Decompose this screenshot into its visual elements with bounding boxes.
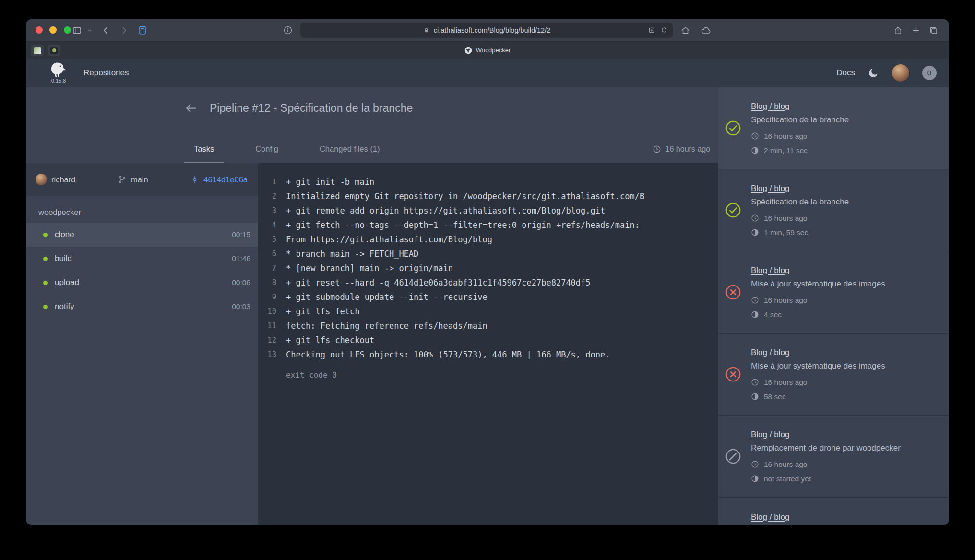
- pipeline-list-item[interactable]: Blog / blog Remplacement de drone par wo…: [718, 498, 949, 525]
- log-line: 8+ git reset --hard -q 4614d1e06a3dabf31…: [258, 275, 708, 290]
- extensions-badge-icon[interactable]: [648, 26, 655, 34]
- commit-message: Mise à jour systématique des images: [751, 279, 937, 289]
- pipeline-list-item[interactable]: Blog / blog Remplacement de drone par wo…: [718, 416, 949, 498]
- log-line: 5From https://git.athaliasoft.com/Blog/b…: [258, 232, 708, 247]
- woodpecker-logo[interactable]: 0.15.8: [45, 62, 72, 83]
- pipeline-title: Pipeline #12 - Spécification de la branc…: [210, 102, 413, 115]
- time-ago-text: 16 hours ago: [764, 214, 808, 223]
- repo-link[interactable]: Blog / blog: [751, 102, 789, 111]
- commit-sha: 4614d1e06a: [203, 175, 248, 184]
- notification-counter[interactable]: 0: [922, 66, 937, 80]
- duration-icon: [751, 475, 759, 483]
- duration-text: 2 min, 11 sec: [764, 146, 808, 155]
- pipeline-header: Pipeline #12 - Spécification de la branc…: [26, 87, 718, 163]
- pinned-tab-favicon: [50, 47, 58, 54]
- time-ago-text: 16 hours ago: [764, 296, 808, 305]
- branch-name: main: [131, 175, 148, 184]
- log-output[interactable]: 1+ git init -b main 2Initialized empty G…: [258, 163, 718, 525]
- step-upload[interactable]: upload 00:06: [26, 271, 258, 295]
- nav-repositories[interactable]: Repositories: [83, 68, 129, 78]
- chevron-down-icon[interactable]: [86, 19, 93, 41]
- duration-icon: [751, 310, 759, 319]
- clock-icon: [751, 132, 759, 140]
- step-build[interactable]: build 01:46: [26, 247, 258, 271]
- tab-changed-files[interactable]: Changed files (1): [310, 135, 390, 163]
- pipeline-tabs: Tasks Config Changed files (1) 16 hours …: [26, 135, 718, 163]
- status-success-icon: [725, 202, 741, 218]
- commit-message: Mise à jour systématique des images: [751, 361, 937, 371]
- window-controls: [36, 26, 76, 36]
- woodpecker-favicon: [464, 47, 472, 54]
- back-icon[interactable]: [101, 19, 111, 41]
- commit-message: Spécification de la branche: [751, 197, 937, 207]
- user-avatar[interactable]: [892, 64, 910, 82]
- branch-icon: [118, 175, 127, 184]
- forward-icon[interactable]: [119, 19, 129, 41]
- start-page-icon[interactable]: [137, 19, 148, 41]
- status-not-started-icon: [725, 448, 741, 465]
- log-line: 12+ git lfs checkout: [258, 333, 708, 347]
- status-failure-icon: [725, 366, 741, 382]
- pipeline-list-item[interactable]: Blog / blog Mise à jour systématique des…: [718, 334, 949, 416]
- tab-woodpecker[interactable]: Woodpecker: [464, 47, 511, 54]
- duration-text: 1 min, 59 sec: [764, 228, 808, 237]
- author: richard: [36, 174, 75, 185]
- reload-icon[interactable]: [660, 26, 668, 34]
- address-bar[interactable]: ci.athaliasoft.com/Blog/blog/build/12/2: [300, 23, 673, 38]
- browser-toolbar: ci.athaliasoft.com/Blog/blog/build/12/2 …: [26, 19, 949, 41]
- lock-icon: [423, 27, 430, 34]
- step-status-dot: [43, 233, 48, 237]
- commit-link[interactable]: 4614d1e06a: [190, 175, 248, 184]
- share-icon[interactable]: [893, 19, 903, 41]
- sidebar-toggle-icon[interactable]: [72, 19, 82, 41]
- browser-window: ci.athaliasoft.com/Blog/blog/build/12/2 …: [26, 19, 949, 525]
- duration-text: 58 sec: [764, 393, 786, 401]
- home-icon[interactable]: [680, 19, 690, 41]
- step-status-dot: [43, 305, 48, 309]
- log-line: 3+ git remote add origin https://git.ath…: [258, 203, 708, 218]
- tab-tasks[interactable]: Tasks: [184, 135, 224, 163]
- fullscreen-window-button[interactable]: [64, 26, 71, 34]
- tab-config[interactable]: Config: [246, 135, 288, 163]
- status-failure-icon: [725, 284, 741, 300]
- step-clone[interactable]: clone 00:15: [26, 223, 258, 247]
- pipeline-list-item[interactable]: Blog / blog Spécification de la branche …: [718, 87, 949, 169]
- repo-link[interactable]: Blog / blog: [751, 184, 789, 193]
- new-tab-icon[interactable]: +: [913, 19, 919, 41]
- author-avatar: [36, 174, 47, 185]
- duration-icon: [751, 393, 759, 401]
- commit-meta-row: richard main 4614d1e06a: [26, 163, 258, 196]
- repo-link[interactable]: Blog / blog: [751, 266, 789, 275]
- tab-title: Woodpecker: [476, 47, 511, 54]
- log-line: 9+ git submodule update --init --recursi…: [258, 290, 708, 304]
- pinned-tab-1[interactable]: [31, 45, 44, 56]
- pinned-tab-favicon: [34, 47, 41, 54]
- clock-icon: [653, 145, 661, 154]
- app-version: 0.15.8: [51, 78, 66, 83]
- close-window-button[interactable]: [36, 26, 43, 34]
- url-text: ci.athaliasoft.com/Blog/blog/build/12/2: [434, 26, 550, 34]
- step-notify[interactable]: notify 00:03: [26, 295, 258, 319]
- nav-docs[interactable]: Docs: [836, 68, 855, 78]
- cloud-tabs-icon[interactable]: [701, 19, 712, 41]
- pipeline-list-item[interactable]: Blog / blog Spécification de la branche …: [718, 169, 949, 251]
- time-ago-text: 16 hours ago: [764, 378, 808, 387]
- dark-mode-toggle-icon[interactable]: [868, 67, 879, 79]
- back-arrow-icon[interactable]: [184, 102, 197, 115]
- page-info-icon[interactable]: [283, 19, 293, 41]
- time-ago-text: 16 hours ago: [764, 460, 808, 469]
- time-ago-text: 16 hours ago: [764, 132, 808, 141]
- repo-link[interactable]: Blog / blog: [751, 512, 789, 522]
- step-status-dot: [43, 257, 48, 261]
- repo-link[interactable]: Blog / blog: [751, 430, 789, 440]
- pipeline-list-item[interactable]: Blog / blog Mise à jour systématique des…: [718, 251, 949, 334]
- author-name: richard: [51, 175, 75, 184]
- minimize-window-button[interactable]: [49, 26, 57, 34]
- repo-link[interactable]: Blog / blog: [751, 348, 789, 357]
- steps-panel: richard main 4614d1e06a woodpecke: [26, 163, 258, 525]
- duration-icon: [751, 228, 759, 237]
- tab-overview-icon[interactable]: [928, 19, 939, 41]
- status-success-icon: [725, 120, 741, 136]
- pinned-tab-2[interactable]: [48, 45, 60, 56]
- workflow-name: woodpecker: [38, 208, 258, 217]
